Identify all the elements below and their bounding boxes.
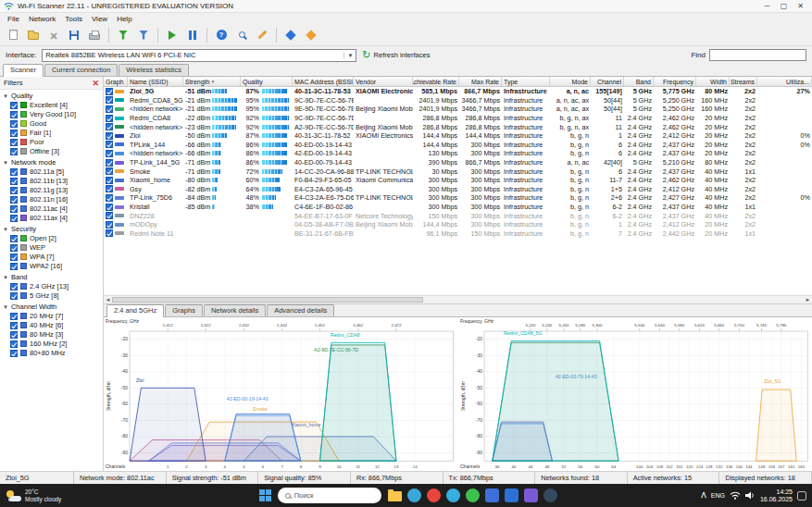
filter-item-good[interactable]: Good bbox=[0, 119, 103, 129]
checkbox-checked-icon[interactable] bbox=[10, 331, 18, 339]
table-row[interactable]: Redmi_CDA8-22 dBm92%9C-9D-7E-CC-56-7D286… bbox=[104, 114, 812, 123]
filter-item-40-mhz-6[interactable]: 40 MHz [6] bbox=[0, 321, 103, 330]
table-row[interactable]: Zloi_5G-51 dBm87%40-31-3C-11-78-53XIAOMI… bbox=[104, 87, 812, 96]
scroll-right-icon[interactable]: ► bbox=[804, 295, 812, 303]
taskbar-steam-icon[interactable] bbox=[543, 488, 557, 502]
filter-item-very-good-10[interactable]: Very Good [10] bbox=[0, 110, 103, 119]
checkbox-checked-icon[interactable] bbox=[10, 196, 18, 204]
column-header-ach[interactable]: Achievable Rate bbox=[413, 77, 459, 86]
tray-expand-icon[interactable]: ᐱ bbox=[701, 491, 706, 500]
checkbox-checked-icon[interactable] bbox=[10, 254, 18, 261]
filter-item-wep[interactable]: WEP bbox=[0, 243, 103, 253]
filter-group-quality[interactable]: ▼Quality bbox=[0, 90, 103, 101]
toolbar-edit-button[interactable] bbox=[253, 26, 271, 43]
checkbox-checked-icon[interactable] bbox=[10, 168, 18, 176]
column-header-mode[interactable]: Mode bbox=[550, 77, 591, 86]
row-checkbox[interactable] bbox=[106, 229, 113, 237]
table-row[interactable]: TP-Link_144_5G-71 dBm86%40-ED-00-79-14-4… bbox=[104, 158, 812, 167]
table-row[interactable]: Zloi-50 dBm87%40-31-3C-11-78-52XIAOMI El… bbox=[104, 131, 812, 141]
chart-tab-2-4-and-5ghz[interactable]: 2.4 and 5GHz bbox=[106, 304, 164, 317]
toolbar-new-file-button[interactable] bbox=[4, 26, 22, 43]
toolbar-channels-24ghz-button[interactable] bbox=[281, 26, 300, 43]
taskbar-file-explorer-icon[interactable] bbox=[388, 491, 402, 501]
close-button[interactable]: ✕ bbox=[793, 0, 808, 12]
row-checkbox[interactable] bbox=[106, 105, 113, 113]
row-checkbox[interactable] bbox=[106, 132, 113, 140]
table-row[interactable]: <hidden network>-66 dBm86%42-ED-00-19-14… bbox=[104, 149, 812, 158]
filter-item-excellent-4[interactable]: Excellent [4] bbox=[0, 101, 103, 110]
toolbar-print-button[interactable] bbox=[85, 26, 104, 43]
horizontal-scrollbar[interactable]: ◄ ► bbox=[104, 295, 812, 303]
row-checkbox[interactable] bbox=[106, 141, 113, 148]
menu-network[interactable]: Network bbox=[24, 15, 60, 23]
find-input[interactable] bbox=[709, 49, 806, 61]
table-row[interactable]: TP-Link_75D6-84 dBm48%E4-C3-2A-E6-75-D6T… bbox=[104, 193, 812, 203]
filter-item-open-2[interactable]: Open [2] bbox=[0, 234, 103, 243]
checkbox-checked-icon[interactable] bbox=[10, 130, 18, 137]
language-indicator[interactable]: ENG bbox=[711, 492, 725, 499]
filter-item-5-ghz-8[interactable]: 5 GHz [8] bbox=[0, 291, 103, 301]
filter-item-802-11g-13[interactable]: 802.11g [13] bbox=[0, 186, 103, 195]
filter-item-802-11ax-4[interactable]: 802.11ax [4] bbox=[0, 214, 103, 223]
row-checkbox[interactable] bbox=[106, 159, 113, 167]
column-header-streams[interactable]: Streams bbox=[730, 77, 757, 86]
filter-group-network-mode[interactable]: ▼Network mode bbox=[0, 156, 103, 167]
checkbox-checked-icon[interactable] bbox=[10, 244, 18, 252]
toolbar-open-button[interactable] bbox=[24, 26, 43, 43]
menu-file[interactable]: File bbox=[3, 15, 24, 23]
toolbar-channels-5ghz-button[interactable] bbox=[302, 26, 320, 43]
checkbox-checked-icon[interactable] bbox=[10, 120, 18, 128]
filter-item-fair-1[interactable]: Fair [1] bbox=[0, 129, 103, 138]
taskbar-telegram-icon[interactable] bbox=[446, 488, 460, 502]
row-checkbox[interactable] bbox=[106, 212, 113, 219]
filter-group-channel-width[interactable]: ▼Channel Width bbox=[0, 301, 103, 312]
toolbar-help-button[interactable] bbox=[212, 26, 231, 43]
filter-item-802-11n-16[interactable]: 802.11n [16] bbox=[0, 195, 103, 204]
row-checkbox[interactable] bbox=[106, 185, 113, 192]
refresh-interfaces-button[interactable]: ↻ Refresh interfaces bbox=[362, 50, 430, 60]
checkbox-checked-icon[interactable] bbox=[10, 322, 18, 329]
filter-item-802-11a-5[interactable]: 802.11a [5] bbox=[0, 167, 103, 177]
column-header-strength[interactable]: Strength▼ bbox=[183, 77, 241, 86]
taskbar-clock[interactable]: 14:25 16.06.2025 bbox=[760, 488, 793, 503]
filter-group-security[interactable]: ▼Security bbox=[0, 223, 103, 234]
tab-wireless-statistics[interactable]: Wireless statistics bbox=[119, 64, 189, 76]
taskbar-mail-icon[interactable] bbox=[485, 488, 499, 502]
row-checkbox[interactable] bbox=[106, 177, 113, 184]
column-header-quality[interactable]: Quality bbox=[241, 77, 293, 86]
toolbar-delete-button[interactable] bbox=[44, 26, 63, 43]
checkbox-checked-icon[interactable] bbox=[10, 187, 18, 194]
chart-tab-advanced-details[interactable]: Advanced details bbox=[267, 304, 334, 316]
menu-tools[interactable]: Tools bbox=[60, 15, 87, 23]
toolbar-save-button[interactable] bbox=[65, 26, 83, 43]
row-checkbox[interactable] bbox=[106, 123, 113, 130]
checkbox-checked-icon[interactable] bbox=[10, 139, 18, 146]
checkbox-checked-icon[interactable] bbox=[10, 215, 18, 222]
table-row[interactable]: mODOpy04-D5-38-AB-F7-0BBeijing Xiaomi Mo… bbox=[104, 220, 812, 229]
table-row[interactable]: DNZ22854-EE-B7-17-63-0FNetcore Technolog… bbox=[104, 211, 812, 220]
table-row[interactable]: TPLink_144-66 dBm86%40-ED-00-19-14-43144… bbox=[104, 141, 812, 150]
notification-center-icon[interactable] bbox=[797, 491, 806, 501]
table-row[interactable]: Redmi_CDA8_5G-21 dBm95%9C-9D-7E-CC-56-7E… bbox=[104, 96, 812, 105]
filter-item-poor[interactable]: Poor bbox=[0, 138, 103, 147]
row-checkbox[interactable] bbox=[106, 115, 113, 122]
checkbox-checked-icon[interactable] bbox=[10, 205, 18, 213]
filter-item-802-11ac-4[interactable]: 802.11ac [4] bbox=[0, 204, 103, 214]
column-header-channel[interactable]: Channel bbox=[591, 77, 624, 86]
table-row[interactable]: Kristall-85 dBm38%C4-6E-1F-B0-02-86300 M… bbox=[104, 203, 812, 212]
toolbar-search-button[interactable] bbox=[232, 26, 251, 43]
start-button[interactable] bbox=[259, 489, 271, 501]
checkbox-checked-icon[interactable] bbox=[10, 313, 18, 320]
toolbar-filter-edit-button[interactable] bbox=[134, 26, 153, 43]
checkbox-checked-icon[interactable] bbox=[10, 340, 18, 348]
column-header-name[interactable]: Name (SSID) bbox=[128, 77, 183, 86]
filter-item-wpa2-16[interactable]: WPA2 [16] bbox=[0, 262, 103, 271]
filter-item-80-mhz-3[interactable]: 80 MHz [3] bbox=[0, 330, 103, 340]
column-header-graph[interactable]: Graph bbox=[104, 77, 128, 86]
table-row[interactable]: <hidden network>-23 dBm92%A2-9D-7E-CC-56… bbox=[104, 122, 812, 131]
maximize-button[interactable]: ▢ bbox=[776, 0, 792, 12]
toolbar-start-scan-button[interactable] bbox=[163, 26, 181, 43]
row-checkbox[interactable] bbox=[106, 88, 113, 95]
filters-close-icon[interactable]: ✕ bbox=[92, 80, 99, 87]
row-checkbox[interactable] bbox=[106, 150, 113, 157]
